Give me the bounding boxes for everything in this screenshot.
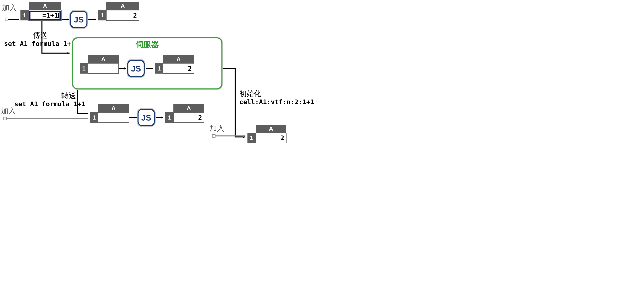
svg-text:A: A xyxy=(101,56,106,62)
js-badge-client2: JS xyxy=(137,108,156,127)
join-label-2: 加入 xyxy=(1,107,16,115)
join-node-1 xyxy=(5,18,8,21)
svg-text:1: 1 xyxy=(168,114,171,121)
svg-text:JS: JS xyxy=(141,113,151,122)
join-label-1: 加入 xyxy=(2,3,17,12)
svg-rect-34 xyxy=(98,112,129,123)
forward-label: 轉送 xyxy=(61,91,76,100)
svg-text:JS: JS xyxy=(74,15,84,24)
row-header: 1 xyxy=(23,12,26,18)
spreadsheet-formula-input: A 1 =1+1 xyxy=(20,2,61,20)
server-box: 伺服器 A 1 JS A 1 2 xyxy=(72,37,223,90)
svg-text:1: 1 xyxy=(158,65,161,72)
svg-text:1: 1 xyxy=(100,12,104,18)
cell-formula: =1+1 xyxy=(42,11,58,19)
svg-text:A: A xyxy=(111,105,116,112)
svg-text:A: A xyxy=(269,125,273,132)
js-badge-server: JS xyxy=(126,59,146,78)
svg-text:A: A xyxy=(120,3,125,9)
forward-command: set A1 formula 1+1 xyxy=(14,100,85,108)
js-badge-1: JS xyxy=(69,10,88,29)
spreadsheet-client2-out: A 1 2 xyxy=(165,104,204,123)
svg-text:A: A xyxy=(186,105,191,112)
svg-text:1: 1 xyxy=(82,65,86,72)
svg-text:2: 2 xyxy=(280,134,284,142)
diagram-root: 加入 A 1 =1+1 JS A 1 2 傳送 set A1 formula 1… xyxy=(0,0,323,145)
spreadsheet-result-top: A 1 2 xyxy=(98,2,139,20)
send-label: 傳送 xyxy=(32,31,48,39)
svg-text:1: 1 xyxy=(250,134,254,141)
svg-text:A: A xyxy=(176,56,181,62)
join-label-3: 加入 xyxy=(210,124,224,132)
server-title: 伺服器 xyxy=(135,40,159,49)
col-header: A xyxy=(43,3,47,9)
svg-text:JS: JS xyxy=(131,64,141,73)
svg-rect-18 xyxy=(88,63,118,74)
init-label: 初始化 xyxy=(239,89,261,98)
spreadsheet-client3: A 1 2 xyxy=(248,125,286,143)
join-node-3 xyxy=(212,134,215,137)
spreadsheet-client2-in: A 1 xyxy=(90,104,129,123)
svg-text:2: 2 xyxy=(133,11,137,19)
svg-text:2: 2 xyxy=(198,114,202,121)
send-command: set A1 formula 1+1 xyxy=(4,40,75,48)
svg-text:1: 1 xyxy=(92,114,96,121)
svg-text:2: 2 xyxy=(188,65,192,72)
join-node-2 xyxy=(4,117,6,120)
init-command: cell:A1:vtf:n:2:1+1 xyxy=(239,98,314,106)
